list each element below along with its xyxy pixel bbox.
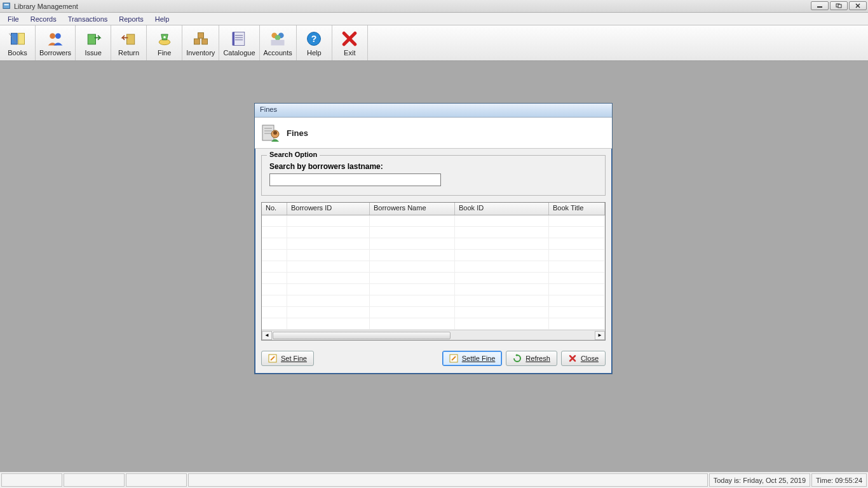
grid-header: No. Borrowers ID Borrowers Name Book ID … [262, 203, 605, 215]
svg-point-26 [275, 34, 281, 40]
book-icon [9, 30, 27, 48]
app-icon [3, 2, 11, 11]
svg-rect-13 [126, 34, 134, 44]
toolbar-label: Accounts [264, 49, 292, 57]
money-icon [156, 30, 173, 48]
scroll-track[interactable] [272, 331, 595, 340]
close-button[interactable] [849, 1, 867, 10]
people-icon [46, 30, 64, 48]
search-option-legend: Search Option [267, 151, 320, 158]
scroll-thumb[interactable] [273, 332, 451, 339]
svg-rect-17 [202, 39, 208, 44]
button-label: Refresh [526, 355, 550, 362]
dialog-header-title: Fines [287, 128, 308, 138]
toolbar-exit[interactable]: Exit [332, 25, 368, 60]
col-no[interactable]: No. [262, 203, 287, 215]
svg-point-35 [273, 131, 277, 135]
toolbar-label: Borrowers [39, 49, 71, 57]
toolbar-borrowers[interactable]: Borrowers [36, 25, 76, 60]
fines-grid: No. Borrowers ID Borrowers Name Book ID … [261, 202, 606, 341]
scroll-right-arrow[interactable]: ► [595, 331, 605, 340]
fines-person-icon [261, 123, 281, 143]
search-option-group: Search Option Search by borrowers lastna… [261, 155, 606, 196]
fines-dialog: Fines Fines Search Option Search by borr… [254, 103, 613, 374]
menu-records[interactable]: Records [25, 14, 62, 24]
toolbar-label: Books [8, 49, 27, 57]
status-panel-3 [126, 473, 187, 487]
toolbar-label: Return [118, 49, 139, 57]
col-book-title[interactable]: Book Title [549, 203, 605, 215]
menu-transactions[interactable]: Transactions [63, 14, 113, 24]
refresh-icon [513, 354, 522, 363]
dialog-footer: Set Fine Settle Fine Refresh Close [255, 346, 612, 374]
return-icon [120, 30, 138, 48]
edit-icon [268, 354, 277, 363]
toolbar-label: Catalogue [223, 49, 255, 57]
grid-body[interactable] [262, 215, 605, 330]
svg-rect-12 [88, 34, 95, 44]
svg-rect-19 [234, 32, 245, 45]
settle-fine-button[interactable]: Settle Fine [442, 351, 503, 366]
issue-icon [85, 30, 102, 48]
refresh-button[interactable]: Refresh [506, 351, 557, 366]
svg-point-10 [50, 33, 55, 39]
svg-point-11 [55, 33, 61, 39]
svg-point-15 [163, 36, 166, 38]
status-today: Today is: Friday, Oct 25, 2019 [709, 473, 810, 487]
toolbar-label: Fine [158, 49, 171, 57]
dialog-titlebar[interactable]: Fines [255, 104, 612, 118]
maximize-button[interactable] [830, 1, 848, 10]
toolbar-inventory[interactable]: Inventory [182, 25, 219, 60]
set-fine-button[interactable]: Set Fine [261, 351, 314, 366]
minimize-button[interactable] [811, 1, 829, 10]
col-borrowers-id[interactable]: Borrowers ID [287, 203, 370, 215]
svg-rect-8 [18, 33, 24, 44]
svg-rect-27 [271, 39, 285, 45]
toolbar-help[interactable]: ? Help [297, 25, 332, 60]
toolbar-label: Inventory [186, 49, 215, 57]
toolbar-label: Help [307, 49, 322, 57]
svg-rect-0 [3, 3, 10, 8]
scroll-left-arrow[interactable]: ◄ [262, 331, 272, 340]
svg-rect-18 [198, 32, 203, 38]
button-label: Set Fine [281, 355, 307, 362]
toolbar: Books Borrowers Issue Return Fine Invent… [0, 25, 868, 61]
svg-rect-16 [194, 39, 200, 44]
status-panel-2 [64, 473, 125, 487]
toolbar-fine[interactable]: Fine [147, 25, 182, 60]
toolbar-return[interactable]: Return [111, 25, 147, 60]
close-icon [568, 354, 577, 363]
toolbar-label: Issue [85, 49, 101, 57]
window-controls [811, 1, 867, 10]
mdi-workspace: Fines Fines Search Option Search by borr… [0, 61, 868, 471]
status-bar: Today is: Friday, Oct 25, 2019 Time: 09:… [0, 471, 868, 488]
status-panel-1 [1, 473, 62, 487]
status-time: Time: 09:55:24 [811, 473, 867, 487]
menu-reports[interactable]: Reports [114, 14, 149, 24]
svg-rect-4 [838, 4, 841, 8]
help-icon: ? [305, 30, 323, 48]
accounts-icon [269, 30, 287, 48]
svg-text:?: ? [311, 34, 317, 44]
button-label: Close [581, 355, 599, 362]
menu-file[interactable]: File [3, 14, 24, 24]
close-button[interactable]: Close [561, 351, 606, 366]
button-label: Settle Fine [462, 355, 496, 362]
toolbar-issue[interactable]: Issue [76, 25, 111, 60]
dialog-body: Search Option Search by borrowers lastna… [255, 149, 612, 346]
title-bar: Library Management [0, 0, 868, 13]
col-borrowers-name[interactable]: Borrowers Name [370, 203, 455, 215]
toolbar-books[interactable]: Books [0, 25, 36, 60]
menu-bar: File Records Transactions Reports Help [0, 13, 868, 25]
toolbar-accounts[interactable]: Accounts [260, 25, 297, 60]
menu-help[interactable]: Help [150, 14, 175, 24]
status-panel-spacer [188, 473, 708, 487]
boxes-icon [192, 30, 210, 48]
exit-icon [341, 30, 358, 48]
search-input[interactable] [269, 173, 441, 186]
search-label: Search by borrowers lastname: [269, 162, 597, 171]
toolbar-catalogue[interactable]: Catalogue [219, 25, 259, 60]
catalogue-icon [230, 30, 248, 48]
grid-horizontal-scrollbar[interactable]: ◄ ► [262, 330, 605, 340]
col-book-id[interactable]: Book ID [455, 203, 549, 215]
